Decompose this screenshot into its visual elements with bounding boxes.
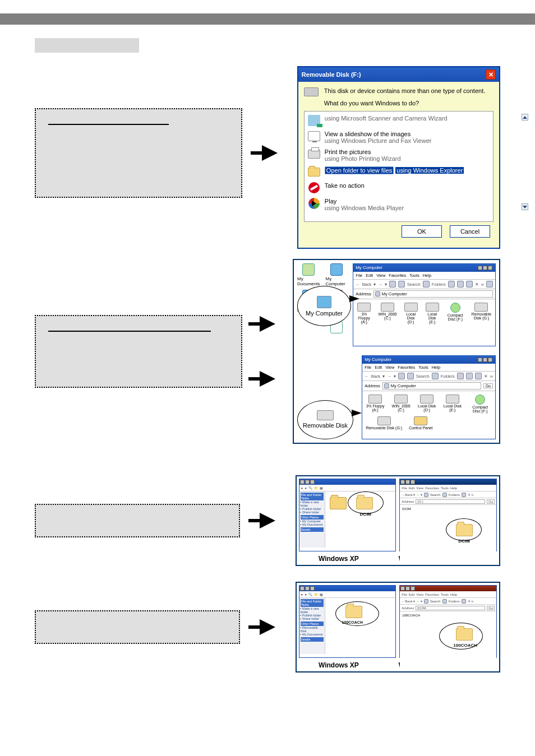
search-icon[interactable] <box>398 281 405 287</box>
folders-icon[interactable] <box>423 281 430 287</box>
drive-cd[interactable]: Compact Disc (F:) <box>469 395 492 413</box>
computer-icon <box>317 296 331 308</box>
move-icon[interactable] <box>457 281 464 287</box>
window-menu[interactable]: File Edit View Favorites Tools Help <box>362 364 495 372</box>
page-top-gray-bar <box>0 13 535 25</box>
xp-task-pane[interactable]: File and Folder Tasks ▪ Make a new folde… <box>299 598 325 654</box>
caption-windows-xp: Windows XP <box>319 555 359 563</box>
window-controls-icon[interactable] <box>299 586 396 591</box>
dialog-titlebar: Removable Disk (F:) ✕ <box>298 67 499 82</box>
autoplay-item-open-folder[interactable]: Open folder to view files using Windows … <box>306 164 492 180</box>
window-toolbar[interactable]: ←Back▾→▾ Search Folders ✕∞ <box>353 280 495 289</box>
scanner-icon <box>308 115 320 126</box>
window-menu[interactable]: FileEditViewFavoritesToolsHelp <box>400 485 496 491</box>
callout-removable-disk: Removable Disk <box>297 400 353 439</box>
desktop-icon-my-documents[interactable]: My Documents <box>297 263 320 286</box>
header-placeholder-rect <box>35 38 139 53</box>
instruction-box-3 <box>35 504 240 537</box>
callout-100coach <box>439 623 483 650</box>
dialog-title-text: Removable Disk (F:) <box>302 71 361 78</box>
xp-task-pane[interactable]: File and Folder Tasks ▪ Make a new folde… <box>299 491 325 548</box>
window-controls-icon[interactable] <box>477 357 493 363</box>
instruction-box-4 <box>35 610 240 644</box>
drive-e[interactable]: Local Disk (E:) <box>425 303 440 324</box>
folder-icon <box>308 168 320 177</box>
drive-c[interactable]: WIN_2000 (C:) <box>391 395 411 413</box>
caption-windows-xp: Windows XP <box>319 661 359 669</box>
callout-dcim <box>348 491 384 514</box>
removable-disk-dialog: Removable Disk (F:) ✕ This disk or devic… <box>297 66 500 249</box>
autoplay-item-print[interactable]: Print the pictures using Photo Printing … <box>306 146 492 164</box>
explorer-2000-window: FileEditViewFavoritesToolsHelp ←Back ▾ →… <box>399 479 497 551</box>
callout-dcim <box>446 518 482 541</box>
copy-icon[interactable] <box>466 281 473 287</box>
arrow-right-icon <box>262 145 278 161</box>
instruction-underline-2 <box>48 331 211 332</box>
my-computer-window-bottom: My Computer File Edit View Favorites Too… <box>362 355 496 439</box>
my-computer-window-top: My Computer File Edit View Favorites Too… <box>353 263 496 346</box>
dialog-message: This disk or device contains more than o… <box>324 87 494 94</box>
window-toolbar[interactable]: ←Back▾→▾ Search Folders ✕∞ <box>362 372 495 381</box>
close-icon[interactable]: ✕ <box>486 69 496 80</box>
play-icon <box>308 198 320 209</box>
arrow-right-icon <box>260 316 275 332</box>
arrow-right-icon <box>260 513 275 528</box>
window-menu[interactable]: File Edit View Favorites Tools Help <box>353 272 495 280</box>
address-bar[interactable]: My Computer <box>373 290 493 298</box>
cancel-button[interactable]: Cancel <box>450 225 490 238</box>
history-icon[interactable] <box>448 281 455 287</box>
window-controls-icon[interactable] <box>477 265 493 271</box>
desktop-icon-my-computer[interactable]: My Computer <box>325 263 347 286</box>
computer-icon <box>330 263 343 276</box>
dialog-prompt: What do you want Windows to do? <box>324 100 494 106</box>
drive-floppy[interactable]: 3½ Floppy (A:) <box>357 303 371 324</box>
instruction-box-2 <box>35 315 242 388</box>
window-controls-icon[interactable] <box>400 586 496 591</box>
no-action-icon <box>308 182 320 193</box>
autoplay-item-scanner[interactable]: using Microsoft Scanner and Camera Wizar… <box>306 113 492 128</box>
control-panel[interactable]: Control Panel <box>409 416 432 430</box>
arrow-right-icon <box>260 371 275 387</box>
views-icon[interactable] <box>486 281 493 287</box>
printer-icon <box>308 150 320 159</box>
explorer-xp-window: ●●🔍📁▦ File and Folder Tasks ▪ Make a new… <box>299 585 396 658</box>
up-icon[interactable] <box>389 281 396 287</box>
instruction-underline-1 <box>48 124 169 125</box>
callout-100coach <box>335 601 379 626</box>
autoplay-item-take-no-action[interactable]: Take no action <box>306 180 492 196</box>
autoplay-action-list[interactable]: using Microsoft Scanner and Camera Wizar… <box>304 111 494 222</box>
address-bar[interactable]: My Computer <box>382 382 481 389</box>
removable-disk-icon <box>317 410 334 420</box>
drive-e[interactable]: Local Disk (E:) <box>443 395 462 413</box>
drive-icon <box>304 87 319 96</box>
explorer-dcim-panel: ●●🔍📁▦ File and Folder Tasks ▪ Make a new… <box>296 475 500 566</box>
drive-icons-row: 3½ Floppy (A:) WIN_2000 (C:) Local Disk … <box>353 299 495 327</box>
my-computer-panel: My Documents Internet Explorer My Comput… <box>293 259 500 444</box>
ok-button[interactable]: OK <box>402 225 442 238</box>
window-menu[interactable]: FileEditViewFavoritesToolsHelp <box>400 591 496 598</box>
drive-d[interactable]: Local Disk (D:) <box>403 303 418 324</box>
explorer-xp-window: ●●🔍📁▦ File and Folder Tasks ▪ Make a new… <box>299 479 396 551</box>
autoplay-item-slideshow[interactable]: View a slideshow of the images using Win… <box>306 128 492 146</box>
autoplay-item-play[interactable]: Play using Windows Media Player <box>306 196 492 214</box>
window-controls-icon[interactable] <box>299 479 396 485</box>
callout-my-computer: My Computer <box>297 286 351 326</box>
drive-removable[interactable]: Removable Disk (G:) <box>471 303 492 324</box>
explorer-100coach-panel: ●●🔍📁▦ File and Folder Tasks ▪ Make a new… <box>296 582 500 672</box>
drive-c[interactable]: WIN_2000 (C:) <box>378 303 396 324</box>
drive-cd[interactable]: Compact Disc (F:) <box>446 303 464 324</box>
drive-removable[interactable]: Removable Disk (G:) <box>366 416 402 430</box>
drive-floppy[interactable]: 3½ Floppy (A:) <box>366 395 385 413</box>
arrow-right-icon <box>260 619 275 635</box>
folder-icon[interactable] <box>330 497 347 509</box>
monitor-icon <box>308 131 320 141</box>
drive-d[interactable]: Local Disk (D:) <box>417 395 436 413</box>
instruction-box-1 <box>35 108 242 198</box>
window-controls-icon[interactable] <box>400 479 496 485</box>
explorer-2000-window: FileEditViewFavoritesToolsHelp ←Back ▾ →… <box>399 585 497 658</box>
